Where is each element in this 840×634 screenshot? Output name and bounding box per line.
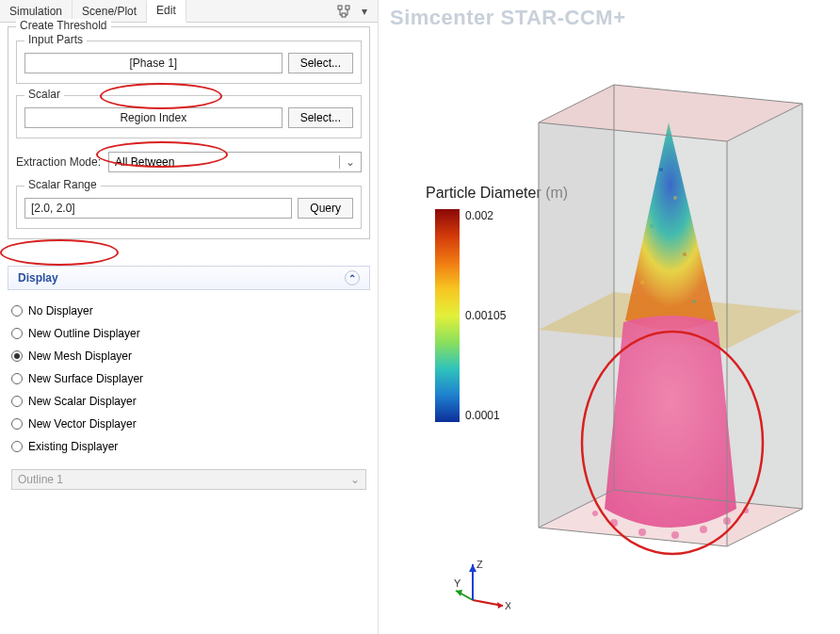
input-parts-select-button[interactable]: Select... — [288, 53, 353, 73]
radio-new-vector[interactable]: New Vector Displayer — [11, 413, 366, 435]
radio-label: New Surface Displayer — [28, 372, 143, 385]
axis-y-label: Y — [454, 577, 461, 589]
annotation-circle — [0, 239, 119, 266]
extraction-mode-select[interactable]: All Between ⌄ — [108, 152, 362, 172]
tab-edit[interactable]: Edit — [147, 0, 186, 23]
svg-point-16 — [650, 224, 654, 228]
svg-marker-33 — [497, 602, 503, 609]
radio-label: New Outline Displayer — [28, 327, 140, 340]
svg-rect-0 — [338, 6, 342, 9]
input-parts-group: Input Parts [Phase 1] Select... — [16, 41, 362, 84]
scalar-range-title: Scalar Range — [24, 178, 101, 191]
chevron-down-icon: ⌄ — [350, 473, 360, 486]
svg-point-17 — [683, 252, 687, 256]
svg-rect-1 — [346, 6, 349, 9]
scalar-field[interactable]: Region Index — [24, 107, 283, 128]
query-button[interactable]: Query — [298, 198, 353, 219]
svg-point-21 — [638, 528, 646, 536]
dropdown-icon[interactable]: ▾ — [357, 4, 372, 19]
scalar-select-button[interactable]: Select... — [288, 107, 353, 128]
display-header-label: Display — [18, 271, 58, 284]
displayer-radio-group: No Displayer New Outline Displayer New M… — [0, 296, 378, 462]
radio-new-surface[interactable]: New Surface Displayer — [11, 367, 366, 390]
scalar-group: Scalar Region Index Select... — [16, 95, 362, 138]
tree-icon[interactable] — [336, 4, 351, 19]
axis-x-label: X — [505, 600, 510, 611]
radio-existing[interactable]: Existing Displayer — [11, 435, 366, 458]
radio-new-scalar[interactable]: New Scalar Displayer — [11, 390, 366, 413]
input-parts-field[interactable]: [Phase 1] — [24, 53, 283, 73]
radio-label: Existing Displayer — [28, 440, 118, 453]
colorbar — [435, 209, 460, 422]
group-title: Create Threshold — [16, 19, 111, 32]
existing-displayer-value: Outline 1 — [18, 473, 63, 486]
create-threshold-group: Create Threshold Input Parts [Phase 1] S… — [8, 26, 370, 239]
scalar-title: Scalar — [24, 88, 64, 101]
svg-point-14 — [659, 168, 663, 171]
radio-label: New Scalar Displayer — [28, 395, 137, 408]
brand-watermark: Simcenter STAR-CCM+ — [390, 6, 626, 30]
svg-marker-35 — [456, 590, 462, 596]
svg-point-19 — [692, 300, 696, 303]
chevron-down-icon: ⌄ — [339, 155, 355, 169]
existing-displayer-select: Outline 1 ⌄ — [11, 469, 366, 490]
extraction-mode-value: All Between — [115, 155, 174, 169]
svg-rect-2 — [342, 13, 346, 17]
scalar-range-group: Scalar Range [2.0, 2.0] Query — [16, 186, 362, 229]
radio-label: No Displayer — [28, 304, 93, 317]
extraction-mode-label: Extraction Mode: — [16, 155, 101, 169]
scalar-range-field[interactable]: [2.0, 2.0] — [24, 198, 292, 219]
radio-label: New Vector Displayer — [28, 417, 137, 431]
radio-label: New Mesh Displayer — [28, 350, 132, 363]
display-header[interactable]: Display ⌃ — [8, 266, 370, 290]
radio-new-mesh[interactable]: New Mesh Displayer — [11, 345, 366, 367]
radio-no-displayer[interactable]: No Displayer — [11, 300, 366, 322]
viewport[interactable]: Simcenter STAR-CCM+ Particle Diameter (m… — [379, 0, 840, 634]
svg-point-18 — [640, 281, 644, 284]
tick-mid: 0.00105 — [465, 309, 506, 322]
properties-panel: Simulation Scene/Plot Edit ▾ Create Thre… — [0, 0, 379, 634]
svg-point-25 — [592, 511, 598, 516]
svg-marker-37 — [469, 564, 477, 572]
scene-3d[interactable] — [501, 66, 827, 575]
svg-point-22 — [671, 531, 679, 539]
tick-max: 0.002 — [465, 209, 506, 222]
color-legend: 0.002 0.00105 0.0001 — [435, 209, 506, 422]
svg-point-15 — [673, 196, 677, 200]
collapse-icon[interactable]: ⌃ — [345, 270, 360, 285]
radio-new-outline[interactable]: New Outline Displayer — [11, 322, 366, 345]
axis-z-label: Z — [477, 559, 483, 570]
legend-ticks: 0.002 0.00105 0.0001 — [460, 209, 506, 422]
scene-svg — [501, 66, 827, 575]
svg-point-23 — [700, 526, 707, 533]
tick-min: 0.0001 — [465, 409, 506, 422]
axis-triad: X Y Z — [454, 559, 510, 615]
input-parts-title: Input Parts — [24, 33, 87, 46]
